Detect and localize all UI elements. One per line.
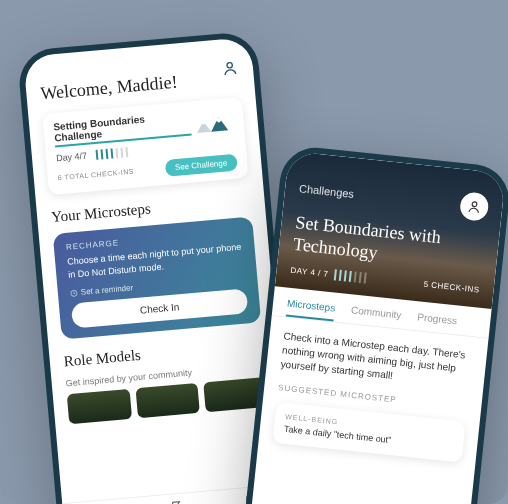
set-reminder-label: Set a reminder bbox=[81, 283, 134, 297]
role-model-card[interactable] bbox=[135, 383, 200, 418]
challenge-title: Set Boundaries with Technology bbox=[292, 212, 485, 275]
progress-ticks bbox=[96, 147, 129, 160]
day-label: DAY 4 / 7 bbox=[290, 266, 329, 279]
progress-ticks bbox=[334, 270, 367, 284]
checkins-count: 5 CHECK-INS bbox=[423, 280, 480, 295]
tab-content: Check into a Microstep each day. There's… bbox=[257, 316, 488, 476]
challenge-hero: Challenges Set Boundaries with Technolog… bbox=[275, 151, 506, 309]
microsteps-description: Check into a Microstep each day. There's… bbox=[280, 330, 473, 392]
challenge-title: Setting Boundaries Challenge bbox=[53, 110, 192, 148]
role-model-card[interactable] bbox=[67, 389, 132, 424]
see-challenge-button[interactable]: See Challenge bbox=[164, 154, 238, 177]
total-checkins-label: 6 TOTAL CHECK-INS bbox=[58, 168, 135, 182]
tab-progress[interactable]: Progress bbox=[416, 311, 458, 334]
svg-point-0 bbox=[227, 62, 233, 68]
suggested-microstep-card[interactable]: WELL-BEING Take a daily "tech time out" bbox=[272, 402, 465, 463]
profile-icon[interactable] bbox=[220, 58, 240, 78]
day-label: Day 4/7 bbox=[56, 151, 88, 164]
phone-right-screen: Challenges Set Boundaries with Technolog… bbox=[240, 151, 506, 504]
clock-icon bbox=[70, 289, 79, 298]
nav-challenges[interactable]: Challenges bbox=[159, 499, 196, 504]
microstep-card[interactable]: RECHARGE Choose a time each night to put… bbox=[53, 217, 261, 340]
phone-right: Challenges Set Boundaries with Technolog… bbox=[234, 144, 508, 504]
flag-icon bbox=[170, 500, 185, 504]
mountain-icon bbox=[191, 114, 235, 136]
challenge-card[interactable]: Setting Boundaries Challenge Day 4/7 6 T… bbox=[42, 97, 248, 195]
challenges-label: Challenges bbox=[299, 182, 489, 214]
